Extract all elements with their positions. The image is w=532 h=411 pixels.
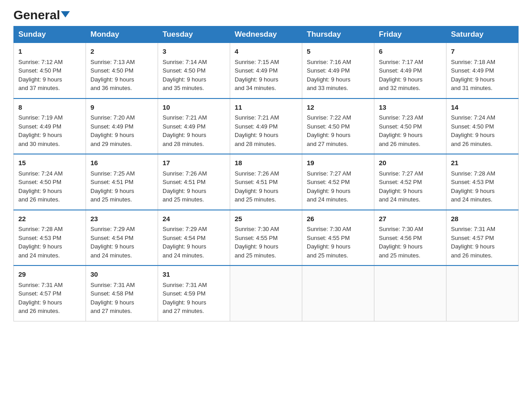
table-row bbox=[446, 265, 519, 321]
table-row: 7Sunrise: 7:18 AMSunset: 4:49 PMDaylight… bbox=[446, 43, 519, 98]
day-info: Sunrise: 7:28 AMSunset: 4:53 PMDaylight:… bbox=[18, 225, 81, 260]
day-number: 21 bbox=[451, 158, 514, 168]
day-number: 27 bbox=[379, 214, 442, 224]
table-row: 22Sunrise: 7:28 AMSunset: 4:53 PMDayligh… bbox=[14, 210, 86, 266]
day-info: Sunrise: 7:31 AMSunset: 4:57 PMDaylight:… bbox=[18, 281, 81, 316]
table-row: 27Sunrise: 7:30 AMSunset: 4:56 PMDayligh… bbox=[374, 210, 446, 266]
day-number: 3 bbox=[163, 47, 225, 57]
day-number: 16 bbox=[90, 158, 153, 168]
header-saturday: Saturday bbox=[446, 26, 519, 43]
day-info: Sunrise: 7:27 AMSunset: 4:52 PMDaylight:… bbox=[307, 169, 369, 204]
day-info: Sunrise: 7:14 AMSunset: 4:50 PMDaylight:… bbox=[163, 58, 225, 93]
day-info: Sunrise: 7:20 AMSunset: 4:49 PMDaylight:… bbox=[90, 113, 153, 148]
page-header: General bbox=[13, 9, 519, 21]
day-number: 12 bbox=[307, 103, 369, 113]
day-number: 25 bbox=[235, 214, 297, 224]
day-number: 31 bbox=[163, 270, 225, 280]
day-number: 6 bbox=[379, 47, 442, 57]
table-row: 2Sunrise: 7:13 AMSunset: 4:50 PMDaylight… bbox=[86, 43, 158, 98]
table-row: 28Sunrise: 7:31 AMSunset: 4:57 PMDayligh… bbox=[446, 210, 519, 266]
day-info: Sunrise: 7:31 AMSunset: 4:58 PMDaylight:… bbox=[90, 281, 153, 316]
day-number: 2 bbox=[90, 47, 153, 57]
day-info: Sunrise: 7:29 AMSunset: 4:54 PMDaylight:… bbox=[90, 225, 153, 260]
table-row: 8Sunrise: 7:19 AMSunset: 4:49 PMDaylight… bbox=[14, 98, 86, 154]
table-row: 9Sunrise: 7:20 AMSunset: 4:49 PMDaylight… bbox=[86, 98, 158, 154]
day-info: Sunrise: 7:21 AMSunset: 4:49 PMDaylight:… bbox=[163, 113, 225, 148]
day-number: 28 bbox=[451, 214, 514, 224]
day-info: Sunrise: 7:23 AMSunset: 4:50 PMDaylight:… bbox=[379, 113, 442, 148]
day-number: 9 bbox=[90, 103, 153, 113]
day-number: 30 bbox=[90, 270, 153, 280]
table-row: 19Sunrise: 7:27 AMSunset: 4:52 PMDayligh… bbox=[302, 154, 374, 210]
day-info: Sunrise: 7:24 AMSunset: 4:50 PMDaylight:… bbox=[18, 169, 81, 204]
day-number: 5 bbox=[307, 47, 369, 57]
table-row: 15Sunrise: 7:24 AMSunset: 4:50 PMDayligh… bbox=[14, 154, 86, 210]
calendar-week-row: 22Sunrise: 7:28 AMSunset: 4:53 PMDayligh… bbox=[14, 210, 519, 266]
day-info: Sunrise: 7:12 AMSunset: 4:50 PMDaylight:… bbox=[18, 58, 81, 93]
day-info: Sunrise: 7:13 AMSunset: 4:50 PMDaylight:… bbox=[90, 58, 153, 93]
day-number: 17 bbox=[163, 158, 225, 168]
table-row: 3Sunrise: 7:14 AMSunset: 4:50 PMDaylight… bbox=[158, 43, 230, 98]
day-number: 24 bbox=[163, 214, 225, 224]
header-thursday: Thursday bbox=[302, 26, 374, 43]
day-info: Sunrise: 7:24 AMSunset: 4:50 PMDaylight:… bbox=[451, 113, 514, 148]
day-number: 15 bbox=[18, 158, 81, 168]
day-info: Sunrise: 7:22 AMSunset: 4:50 PMDaylight:… bbox=[307, 113, 369, 148]
header-monday: Monday bbox=[86, 26, 158, 43]
table-row: 6Sunrise: 7:17 AMSunset: 4:49 PMDaylight… bbox=[374, 43, 446, 98]
day-info: Sunrise: 7:30 AMSunset: 4:55 PMDaylight:… bbox=[235, 225, 297, 260]
day-number: 20 bbox=[379, 158, 442, 168]
table-row: 12Sunrise: 7:22 AMSunset: 4:50 PMDayligh… bbox=[302, 98, 374, 154]
day-info: Sunrise: 7:26 AMSunset: 4:51 PMDaylight:… bbox=[235, 169, 297, 204]
table-row: 29Sunrise: 7:31 AMSunset: 4:57 PMDayligh… bbox=[14, 265, 86, 321]
calendar-week-row: 15Sunrise: 7:24 AMSunset: 4:50 PMDayligh… bbox=[14, 154, 519, 210]
day-number: 11 bbox=[235, 103, 297, 113]
table-row bbox=[374, 265, 446, 321]
table-row: 5Sunrise: 7:16 AMSunset: 4:49 PMDaylight… bbox=[302, 43, 374, 98]
header-wednesday: Wednesday bbox=[230, 26, 302, 43]
day-info: Sunrise: 7:17 AMSunset: 4:49 PMDaylight:… bbox=[379, 58, 442, 93]
table-row: 11Sunrise: 7:21 AMSunset: 4:49 PMDayligh… bbox=[230, 98, 302, 154]
header-friday: Friday bbox=[374, 26, 446, 43]
calendar-week-row: 8Sunrise: 7:19 AMSunset: 4:49 PMDaylight… bbox=[14, 98, 519, 154]
header-tuesday: Tuesday bbox=[158, 26, 230, 43]
day-info: Sunrise: 7:25 AMSunset: 4:51 PMDaylight:… bbox=[90, 169, 153, 204]
table-row: 21Sunrise: 7:28 AMSunset: 4:53 PMDayligh… bbox=[446, 154, 519, 210]
day-info: Sunrise: 7:18 AMSunset: 4:49 PMDaylight:… bbox=[451, 58, 514, 93]
table-row: 24Sunrise: 7:29 AMSunset: 4:54 PMDayligh… bbox=[158, 210, 230, 266]
calendar-table: Sunday Monday Tuesday Wednesday Thursday… bbox=[13, 26, 519, 321]
day-info: Sunrise: 7:31 AMSunset: 4:57 PMDaylight:… bbox=[451, 225, 514, 260]
table-row: 25Sunrise: 7:30 AMSunset: 4:55 PMDayligh… bbox=[230, 210, 302, 266]
table-row: 1Sunrise: 7:12 AMSunset: 4:50 PMDaylight… bbox=[14, 43, 86, 98]
day-info: Sunrise: 7:27 AMSunset: 4:52 PMDaylight:… bbox=[379, 169, 442, 204]
day-info: Sunrise: 7:30 AMSunset: 4:56 PMDaylight:… bbox=[379, 225, 442, 260]
table-row: 10Sunrise: 7:21 AMSunset: 4:49 PMDayligh… bbox=[158, 98, 230, 154]
day-number: 8 bbox=[18, 103, 81, 113]
table-row: 14Sunrise: 7:24 AMSunset: 4:50 PMDayligh… bbox=[446, 98, 519, 154]
day-info: Sunrise: 7:31 AMSunset: 4:59 PMDaylight:… bbox=[163, 281, 225, 316]
day-number: 19 bbox=[307, 158, 369, 168]
day-number: 18 bbox=[235, 158, 297, 168]
day-number: 23 bbox=[90, 214, 153, 224]
logo: General bbox=[13, 9, 70, 21]
table-row: 16Sunrise: 7:25 AMSunset: 4:51 PMDayligh… bbox=[86, 154, 158, 210]
day-info: Sunrise: 7:30 AMSunset: 4:55 PMDaylight:… bbox=[307, 225, 369, 260]
logo-triangle-icon bbox=[61, 11, 70, 17]
logo-general-text: General bbox=[13, 9, 70, 21]
table-row: 20Sunrise: 7:27 AMSunset: 4:52 PMDayligh… bbox=[374, 154, 446, 210]
header-sunday: Sunday bbox=[14, 26, 86, 43]
table-row bbox=[302, 265, 374, 321]
table-row: 17Sunrise: 7:26 AMSunset: 4:51 PMDayligh… bbox=[158, 154, 230, 210]
day-info: Sunrise: 7:19 AMSunset: 4:49 PMDaylight:… bbox=[18, 113, 81, 148]
day-info: Sunrise: 7:28 AMSunset: 4:53 PMDaylight:… bbox=[451, 169, 514, 204]
day-info: Sunrise: 7:21 AMSunset: 4:49 PMDaylight:… bbox=[235, 113, 297, 148]
calendar-week-row: 29Sunrise: 7:31 AMSunset: 4:57 PMDayligh… bbox=[14, 265, 519, 321]
table-row: 23Sunrise: 7:29 AMSunset: 4:54 PMDayligh… bbox=[86, 210, 158, 266]
day-info: Sunrise: 7:26 AMSunset: 4:51 PMDaylight:… bbox=[163, 169, 225, 204]
day-number: 14 bbox=[451, 103, 514, 113]
day-number: 13 bbox=[379, 103, 442, 113]
day-number: 1 bbox=[18, 47, 81, 57]
day-number: 26 bbox=[307, 214, 369, 224]
day-info: Sunrise: 7:16 AMSunset: 4:49 PMDaylight:… bbox=[307, 58, 369, 93]
day-info: Sunrise: 7:15 AMSunset: 4:49 PMDaylight:… bbox=[235, 58, 297, 93]
